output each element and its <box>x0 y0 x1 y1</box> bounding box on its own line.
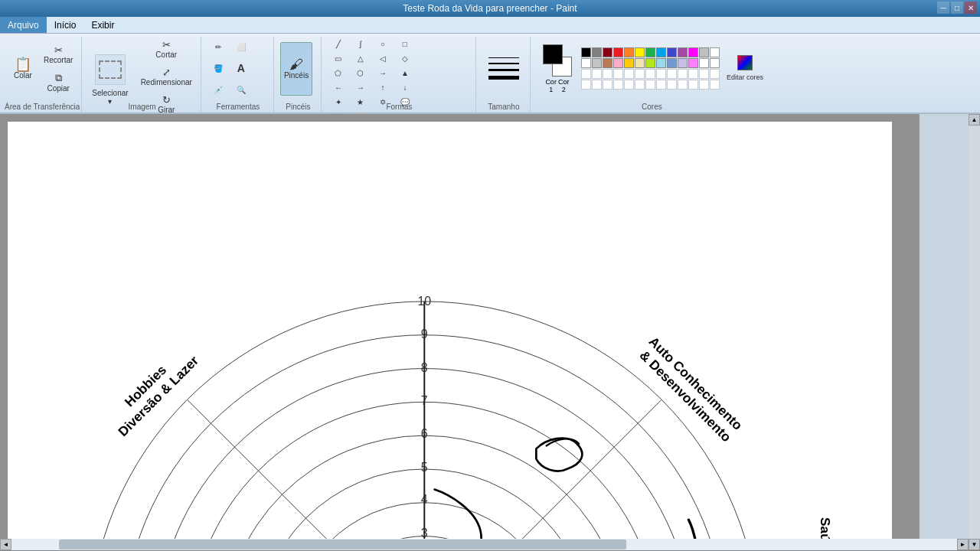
swatch-pink[interactable] <box>613 58 623 68</box>
cut-button[interactable]: ✂ Recortar <box>40 42 77 67</box>
swatch-lg[interactable] <box>592 58 602 68</box>
size-line-3[interactable] <box>488 69 519 71</box>
menu-arquivo[interactable]: Arquivo <box>0 17 47 33</box>
swatch-gold[interactable] <box>624 58 634 68</box>
swatch-purple[interactable] <box>678 47 688 57</box>
swatch-w9[interactable] <box>624 69 634 79</box>
swatch-yellow[interactable] <box>635 47 645 57</box>
menu-exibir[interactable]: Exibir <box>83 17 122 33</box>
minimize-button[interactable]: ─ <box>937 2 949 14</box>
swatch-w14[interactable] <box>678 69 688 79</box>
rect-button[interactable]: □ <box>394 37 416 51</box>
swatch-w25[interactable] <box>656 80 666 90</box>
swatch-w12[interactable] <box>656 69 666 79</box>
swatch-w15[interactable] <box>688 69 698 79</box>
menu-inicio[interactable]: Início <box>47 17 84 33</box>
swatch-w11[interactable] <box>645 69 655 79</box>
swatch-w26[interactable] <box>667 80 677 90</box>
vertical-scrollbar[interactable]: ▲ ▼ <box>969 114 980 550</box>
swatch-w29[interactable] <box>699 80 709 90</box>
swatch-lime[interactable] <box>645 58 655 68</box>
size-line-4[interactable] <box>488 76 519 80</box>
arrow-button[interactable]: → <box>372 66 394 80</box>
curve-button[interactable]: ∫ <box>350 37 371 51</box>
scroll-down-button[interactable]: ▼ <box>969 539 980 550</box>
scroll-up-shape[interactable]: ▲ <box>394 66 416 80</box>
swatch-w28[interactable] <box>688 80 698 90</box>
canvas-area[interactable]: 1 2 3 4 5 6 7 8 9 10 1 2 3 4 5 <box>0 114 980 550</box>
swatch-cream[interactable] <box>635 58 645 68</box>
swatch-blue[interactable] <box>656 47 666 57</box>
arrow-right-button[interactable]: → <box>350 80 371 94</box>
crop-button[interactable]: ✂ Cortar <box>137 37 196 61</box>
swatch-white[interactable] <box>710 47 720 57</box>
swatch-lightpurple[interactable] <box>688 58 698 68</box>
swatch-w10[interactable] <box>635 69 645 79</box>
swatch-w22[interactable] <box>624 80 634 90</box>
swatch-cornblue[interactable] <box>667 58 677 68</box>
arrow-left-button[interactable]: ← <box>328 80 349 94</box>
fill-button[interactable]: 🪣 <box>207 59 229 77</box>
swatch-orange[interactable] <box>624 47 634 57</box>
paste-button[interactable]: 📋 Colar <box>8 42 38 96</box>
eraser-button[interactable]: ⬜ <box>230 37 252 56</box>
swatch-w13[interactable] <box>667 69 677 79</box>
swatch-w20[interactable] <box>603 80 612 90</box>
rrect-button[interactable]: ▭ <box>328 51 349 65</box>
line-button[interactable]: ╱ <box>328 37 349 51</box>
color-1-box[interactable] <box>543 44 563 64</box>
swatch-w24[interactable] <box>645 80 655 90</box>
close-button[interactable]: ✕ <box>965 2 977 14</box>
edit-colors-button[interactable]: Editar cores <box>723 42 767 96</box>
swatch-w18[interactable] <box>581 80 591 90</box>
swatch-red[interactable] <box>613 47 623 57</box>
swatch-w16[interactable] <box>699 69 709 79</box>
text-button[interactable]: A <box>230 59 252 77</box>
swatch-w6[interactable] <box>592 69 602 79</box>
diamond-button[interactable]: ◇ <box>394 51 416 65</box>
swatch-lightblue[interactable] <box>656 58 666 68</box>
resize-button[interactable]: ⤢ Redimensionar <box>137 64 196 89</box>
maximize-button[interactable]: □ <box>951 2 963 14</box>
pentagon-button[interactable]: ⬠ <box>328 66 349 80</box>
swatch-black[interactable] <box>581 47 591 57</box>
swatch-w19[interactable] <box>592 80 602 90</box>
arrow-down-button[interactable]: ↓ <box>394 80 416 94</box>
triangle-button[interactable]: △ <box>350 51 371 65</box>
scroll-up-button[interactable]: ▲ <box>969 114 980 126</box>
swatch-w8[interactable] <box>613 69 623 79</box>
horizontal-scrollbar[interactable]: ◄ ► <box>0 539 969 550</box>
swatch-darkblue[interactable] <box>667 47 677 57</box>
swatch-magenta[interactable] <box>688 47 698 57</box>
pencil-button[interactable]: ✏ <box>207 37 229 56</box>
size-line-2[interactable] <box>488 63 519 64</box>
swatch-w30[interactable] <box>710 80 720 90</box>
swatch-darkred[interactable] <box>603 47 612 57</box>
swatch-brown[interactable] <box>603 58 612 68</box>
magnify-button[interactable]: 🔍 <box>230 81 252 99</box>
size-line-1[interactable] <box>488 57 519 58</box>
scroll-right-button[interactable]: ► <box>957 539 969 550</box>
swatch-w17[interactable] <box>710 69 720 79</box>
swatch-w21[interactable] <box>613 80 623 90</box>
swatch-w23[interactable] <box>635 80 645 90</box>
swatch-w3[interactable] <box>699 58 709 68</box>
copy-button[interactable]: ⧉ Copiar <box>40 70 77 95</box>
arrow-up-button[interactable]: ↑ <box>372 80 394 94</box>
oval-button[interactable]: ○ <box>372 37 394 51</box>
brush-button[interactable]: 🖌 Pincéis <box>280 42 312 96</box>
hexagon-button[interactable]: ⬡ <box>350 66 371 80</box>
swatch-w2[interactable] <box>581 58 591 68</box>
swatch-lavender[interactable] <box>678 58 688 68</box>
swatch-w27[interactable] <box>678 80 688 90</box>
scroll-left-button[interactable]: ◄ <box>0 539 11 550</box>
swatch-gray[interactable] <box>592 47 602 57</box>
scroll-thumb-h[interactable] <box>59 540 626 549</box>
color-picker-button[interactable]: 💉 <box>207 81 229 99</box>
swatch-w4[interactable] <box>710 58 720 68</box>
rtriangle-button[interactable]: ◁ <box>372 51 394 65</box>
swatch-w7[interactable] <box>603 69 612 79</box>
swatch-w5[interactable] <box>581 69 591 79</box>
swatch-green[interactable] <box>645 47 655 57</box>
swatch-silver[interactable] <box>699 47 709 57</box>
